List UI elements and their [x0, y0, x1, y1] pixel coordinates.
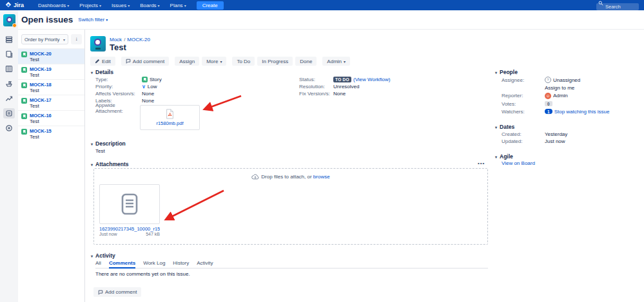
assignee-value: Unassigned: [553, 77, 580, 83]
issue-list-item[interactable]: MOCK-17 Test: [18, 95, 84, 110]
issue-list-item[interactable]: MOCK-20 Test: [18, 48, 84, 64]
pdf-file-icon: [166, 109, 174, 119]
appwide-attachment-filename[interactable]: r1580mb.pdf: [156, 120, 183, 126]
view-workflow-link[interactable]: (View Workflow): [353, 77, 391, 82]
tab-all[interactable]: All: [95, 260, 101, 266]
collapse-caret-icon[interactable]: ▾: [495, 155, 497, 159]
board-icon[interactable]: [3, 64, 15, 74]
create-button[interactable]: Create: [197, 1, 224, 10]
jira-issue-page: Jira Dashboards▾ Projects▾ Issues▾ Board…: [0, 0, 644, 302]
attachment-dropzone[interactable]: Drop files to attach, or browse 16239902…: [93, 168, 488, 245]
transition-done-button[interactable]: Done: [295, 57, 317, 66]
issue-list-item[interactable]: MOCK-19 Test: [18, 64, 84, 79]
issues-icon[interactable]: [3, 108, 15, 118]
description-text: Test: [95, 148, 105, 154]
project-avatar[interactable]: [3, 14, 15, 26]
page-header: Open issues Switch filter▾: [18, 10, 644, 30]
collapse-caret-icon[interactable]: ▾: [91, 70, 93, 75]
releases-icon[interactable]: [3, 79, 15, 89]
attachment-meta: Just now 547 kB: [99, 232, 160, 236]
nav-issues[interactable]: Issues▾: [112, 3, 130, 8]
issue-summary: Test: [30, 118, 82, 125]
stop-watching-link[interactable]: Stop watching this issue: [554, 109, 610, 115]
view-on-board-link[interactable]: View on Board: [502, 160, 535, 166]
add-comment-button[interactable]: Add comment: [121, 57, 169, 66]
edit-button[interactable]: Edit: [90, 57, 115, 66]
cloud-upload-icon: [251, 174, 259, 180]
attachment-thumbnail[interactable]: [99, 184, 160, 224]
tab-history[interactable]: History: [173, 260, 189, 266]
story-type-icon: [21, 82, 27, 88]
tab-work-log[interactable]: Work Log: [143, 260, 165, 266]
issue-project-avatar[interactable]: [90, 36, 106, 52]
tab-comments[interactable]: Comments: [109, 260, 135, 266]
pencil-icon: [95, 59, 100, 64]
unassigned-avatar-icon: ?: [545, 77, 551, 83]
shortcuts-icon[interactable]: [3, 123, 15, 133]
browse-link[interactable]: browse: [313, 174, 330, 180]
attachments-menu-button[interactable]: •••: [478, 160, 485, 166]
assign-button[interactable]: Assign: [175, 57, 199, 66]
details-right-column: Status: TO DO(View Workflow) Resolution:…: [299, 76, 390, 97]
order-by-select[interactable]: Order by Priority▾: [21, 34, 68, 44]
breadcrumb-separator: /: [124, 37, 125, 42]
breadcrumb-project-link[interactable]: Mock: [110, 37, 122, 42]
tab-activity[interactable]: Activity: [197, 260, 213, 266]
switch-filter-link[interactable]: Switch filter▾: [78, 17, 108, 23]
project-sidebar-strip: [0, 10, 18, 302]
watchers-count-badge[interactable]: 1: [545, 109, 552, 114]
attachment-filename-link[interactable]: 1623990217345_10000_r15: [99, 226, 160, 232]
issue-summary: Test: [30, 134, 82, 140]
chevron-down-icon: ▾: [128, 3, 130, 8]
reports-icon[interactable]: [3, 93, 15, 104]
agile-section-header: ▾ Agile: [495, 153, 513, 160]
activity-section-header: ▾ Activity: [91, 252, 115, 259]
issue-list-item[interactable]: MOCK-15 Test: [18, 126, 84, 141]
transition-todo-button[interactable]: To Do: [232, 57, 255, 66]
issue-list-item[interactable]: MOCK-18 Test: [18, 79, 84, 95]
issue-key: MOCK-17: [30, 97, 82, 103]
assign-to-me-link[interactable]: Assign to me: [545, 85, 574, 91]
collapse-caret-icon[interactable]: ▾: [91, 142, 93, 146]
issue-list-item[interactable]: MOCK-16 Test: [18, 110, 84, 126]
breadcrumb-issue-link[interactable]: MOCK-20: [127, 37, 150, 42]
collapse-caret-icon[interactable]: ▾: [91, 162, 93, 167]
nav-boards[interactable]: Boards▾: [140, 3, 159, 8]
more-button[interactable]: More▾: [202, 57, 226, 66]
order-row: Order by Priority▾ ↓: [18, 30, 84, 48]
issue-key: MOCK-20: [30, 51, 82, 57]
jira-logo[interactable]: Jira: [5, 2, 24, 8]
jira-logo-icon: [5, 2, 12, 8]
appwide-attachment-label: Appwide Attachment:: [95, 102, 142, 114]
breadcrumb: Mock / MOCK-20: [110, 37, 150, 42]
backlog-icon[interactable]: [3, 34, 15, 44]
pages-icon[interactable]: [3, 49, 15, 59]
add-comment-footer-button[interactable]: Add comment: [93, 287, 141, 297]
collapse-caret-icon[interactable]: ▾: [91, 254, 93, 258]
admin-button[interactable]: Admin▾: [322, 57, 350, 66]
nav-projects[interactable]: Projects▾: [79, 3, 101, 8]
issue-key: MOCK-19: [30, 66, 82, 72]
transition-in-progress-button[interactable]: In Progress: [257, 57, 293, 66]
votes-count-badge[interactable]: 0: [545, 101, 552, 106]
chevron-down-icon: ▾: [106, 17, 108, 22]
story-type-icon: [21, 67, 27, 73]
issue-summary: Test: [30, 72, 82, 79]
search-icon: [598, 1, 603, 6]
chevron-down-icon: ▾: [220, 59, 222, 64]
reporter-label: Reporter:: [502, 93, 545, 99]
people-section-header: ▾ People: [495, 69, 518, 75]
appwide-attachment-card[interactable]: r1580mb.pdf: [140, 105, 200, 130]
nav-dashboards[interactable]: Dashboards▾: [38, 3, 69, 8]
issue-list-panel: Order by Priority▾ ↓ MOCK-20 Test MOCK-1…: [18, 30, 85, 302]
issue-title: Test: [110, 42, 126, 52]
story-type-icon: [21, 52, 27, 57]
chevron-down-icon: ▾: [99, 3, 101, 8]
priority-label: Priority:: [95, 84, 142, 90]
updated-label: Updated:: [502, 138, 545, 144]
collapse-caret-icon[interactable]: ▾: [495, 125, 497, 129]
collapse-caret-icon[interactable]: ▾: [495, 70, 497, 75]
page-title: Open issues: [21, 15, 73, 24]
nav-plans[interactable]: Plans▾: [170, 3, 186, 8]
sort-direction-button[interactable]: ↓: [71, 34, 82, 44]
